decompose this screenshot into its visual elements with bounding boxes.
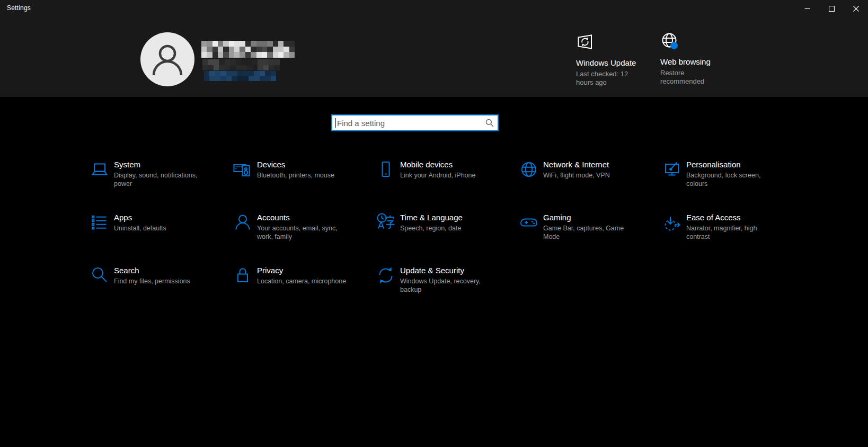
maximize-button[interactable] [819, 0, 844, 17]
category-tile-ease-of-access[interactable]: Ease of AccessNarrator, magnifier, high … [661, 212, 781, 241]
system-icon [89, 159, 110, 180]
maximize-icon [829, 6, 835, 12]
close-button[interactable] [844, 0, 868, 17]
close-icon [853, 6, 859, 12]
category-tile-mobile-devices[interactable]: Mobile devicesLink your Android, iPhone [375, 159, 494, 180]
category-subtitle: Location, camera, microphone [257, 277, 351, 285]
category-subtitle: Speech, region, date [400, 224, 494, 233]
mobile-devices-icon [375, 159, 396, 180]
category-tile-system[interactable]: SystemDisplay, sound, notifications, pow… [89, 159, 208, 188]
titlebar: Settings [0, 0, 868, 17]
category-tile-network-internet[interactable]: Network & InternetWiFi, flight mode, VPN [518, 159, 637, 180]
category-title: Personalisation [686, 159, 781, 169]
category-title: Privacy [257, 265, 351, 275]
hub-item-web-browsing[interactable]: Web browsingRestore recommended [660, 32, 729, 86]
time-language-icon [375, 212, 396, 233]
category-subtitle: Windows Update, recovery, backup [400, 277, 494, 294]
category-tile-apps[interactable]: AppsUninstall, defaults [89, 212, 208, 233]
category-title: Search [114, 265, 208, 275]
category-title: Network & Internet [543, 159, 637, 169]
category-tile-devices[interactable]: DevicesBluetooth, printers, mouse [232, 159, 351, 180]
category-title: Accounts [257, 212, 351, 222]
windows-update-icon [576, 33, 645, 54]
category-title: Mobile devices [400, 159, 494, 169]
devices-icon [232, 159, 253, 180]
personalisation-icon [661, 159, 683, 180]
web-browsing-icon [660, 32, 729, 53]
category-subtitle: Display, sound, notifications, power [114, 171, 208, 188]
category-subtitle: Link your Android, iPhone [400, 171, 494, 180]
search-icon [89, 265, 110, 286]
category-subtitle: Narrator, magnifier, high contrast [686, 224, 781, 241]
text-caret [335, 118, 336, 128]
redacted-user-name [201, 41, 295, 58]
category-title: Update & Security [400, 265, 494, 275]
category-subtitle: Your accounts, email, sync, work, family [257, 224, 351, 241]
apps-icon [89, 212, 110, 233]
gaming-icon [518, 212, 539, 233]
category-tile-time-language[interactable]: Time & LanguageSpeech, region, date [375, 212, 494, 233]
settings-window: Settings Windows UpdateLast checked: 12 … [0, 0, 868, 447]
update-security-icon [375, 265, 396, 286]
search-input[interactable] [332, 115, 498, 130]
avatar[interactable] [140, 32, 194, 86]
magnifier-icon [485, 119, 494, 127]
category-title: Apps [114, 212, 208, 222]
category-tile-accounts[interactable]: AccountsYour accounts, email, sync, work… [232, 212, 351, 241]
category-subtitle: Find my files, permissions [114, 277, 208, 285]
redacted-account-link[interactable] [204, 71, 276, 81]
hub-subtitle: Last checked: 12 hours ago [576, 70, 635, 87]
category-title: Ease of Access [686, 212, 781, 222]
category-subtitle: Bluetooth, printers, mouse [257, 171, 351, 180]
category-tile-update-security[interactable]: Update & SecurityWindows Update, recover… [375, 265, 494, 294]
category-title: System [114, 159, 208, 169]
redacted-user-detail [202, 59, 280, 70]
category-tile-gaming[interactable]: GamingGame Bar, captures, Game Mode [518, 212, 637, 241]
network-internet-icon [518, 159, 539, 180]
ease-of-access-icon [661, 212, 683, 233]
hub-title: Web browsing [660, 57, 729, 66]
minimize-icon [804, 6, 810, 12]
search-box [331, 114, 499, 131]
minimize-button[interactable] [795, 0, 819, 17]
category-subtitle: WiFi, flight mode, VPN [543, 171, 637, 180]
category-tile-privacy[interactable]: PrivacyLocation, camera, microphone [232, 265, 351, 286]
privacy-icon [232, 265, 253, 286]
category-tile-search[interactable]: SearchFind my files, permissions [89, 265, 208, 286]
category-tile-personalisation[interactable]: PersonalisationBackground, lock screen, … [661, 159, 781, 188]
hub-title: Windows Update [576, 58, 645, 67]
hub-item-windows-update[interactable]: Windows UpdateLast checked: 12 hours ago [576, 33, 645, 87]
category-subtitle: Game Bar, captures, Game Mode [543, 224, 637, 241]
hub-subtitle: Restore recommended [660, 69, 720, 86]
person-avatar-icon [140, 32, 194, 86]
category-title: Gaming [543, 212, 637, 222]
category-title: Time & Language [400, 212, 494, 222]
category-subtitle: Uninstall, defaults [114, 224, 208, 233]
accounts-icon [232, 212, 253, 233]
category-subtitle: Background, lock screen, colours [686, 171, 781, 188]
category-title: Devices [257, 159, 351, 169]
window-controls [795, 0, 868, 17]
window-title: Settings [7, 4, 31, 12]
